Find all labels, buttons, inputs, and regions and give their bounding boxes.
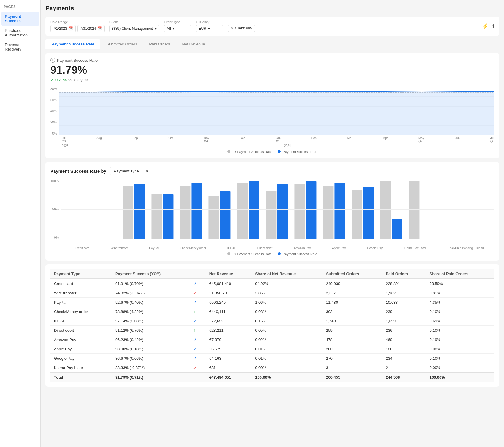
cell-type: Credit card <box>50 279 112 288</box>
bar-y-0: 0% <box>54 236 59 239</box>
table-row: Amazon Pay 96.23% (0.42%) ↗ €7,370 0.02%… <box>50 335 494 344</box>
cell-type: Direct debit <box>50 326 112 335</box>
filter-icon[interactable]: ⚡ <box>482 23 489 29</box>
svg-rect-18 <box>295 184 305 239</box>
x-label-sep: Sep <box>133 136 138 143</box>
x-label-nov: NovQ4 <box>204 136 209 143</box>
metric-card: i Payment Success Rate 91.79% ↗ 0.71% vs… <box>45 53 499 158</box>
cell-trend: ↗ <box>189 335 205 344</box>
tab-payment-success-rate[interactable]: Payment Success Rate <box>45 39 100 49</box>
cell-share-net: 94.92% <box>252 279 322 288</box>
cell-trend: ↗ <box>189 316 205 326</box>
date-range-label: Date Range <box>50 20 105 24</box>
cell-share-paid: 0.10% <box>426 307 495 316</box>
sidebar-item-revenue-recovery[interactable]: Revenue Recovery <box>1 40 39 54</box>
x-label-may: MayQ2 <box>418 136 424 143</box>
table-row: Google Pay 86.67% (0.66%) ↗ €4,163 0.01%… <box>50 354 494 363</box>
currency-label: Currency <box>196 20 223 24</box>
bar-chart-card: Payment Success Rate by Payment Type ▾ 1… <box>45 162 499 261</box>
info-icon[interactable]: ℹ <box>492 23 494 29</box>
svg-rect-20 <box>323 186 334 239</box>
cell-submitted: 249,039 <box>322 279 382 288</box>
metric-info-icon[interactable]: i <box>50 58 55 63</box>
bar-chart-dropdown[interactable]: Payment Type ▾ <box>110 167 152 175</box>
sidebar-item-purchase-authorization[interactable]: Purchase Authorization <box>1 26 39 40</box>
tab-paid-orders[interactable]: Paid Orders <box>143 39 176 49</box>
bar-y-50: 50% <box>52 207 59 211</box>
line-chart-legend: LY Payment Success Rate Payment Success … <box>50 150 494 154</box>
y-label-0: 0% <box>52 132 57 135</box>
legend-current: Payment Success Rate <box>278 150 317 154</box>
footer-share-paid: 100.00% <box>426 372 495 382</box>
cell-success: 74.32% (-0.94%) <box>112 288 190 298</box>
table-row: Apple Pay 93.00% (0.18%) ↗ €5,679 0.01% … <box>50 344 494 354</box>
x-label-oct: Oct <box>168 136 173 143</box>
svg-rect-17 <box>277 184 288 239</box>
col-submitted: Submitted Orders <box>322 269 382 279</box>
table-row: Direct debit 91.12% (6.76%) ↑ €23,211 0.… <box>50 326 494 335</box>
filters-bar: Date Range 7/1/2023 📅 7/31/2024 📅 Client… <box>45 17 499 36</box>
cell-submitted: 200 <box>322 344 382 354</box>
bar-legend-ly-dot <box>227 252 230 255</box>
col-payment-success: Payment Success (YOY) <box>112 269 190 279</box>
tag-x[interactable]: ✕ <box>231 26 234 30</box>
bar-x-direct: Direct debit <box>257 247 273 250</box>
bar-x-google: Google Pay <box>367 247 383 250</box>
client-dropdown[interactable]: (889) Client Management ▾ <box>109 25 159 32</box>
order-type-filter-group: Order Type All ▾ <box>164 20 191 32</box>
footer-type: Total <box>50 372 112 382</box>
y-label-40: 40% <box>50 109 57 113</box>
cell-net-revenue: €440,111 <box>206 307 252 316</box>
date-to-input[interactable]: 7/31/2024 📅 <box>77 25 105 32</box>
filter-icons: ⚡ ℹ <box>482 23 494 29</box>
svg-rect-7 <box>134 184 145 239</box>
sidebar-item-payment-success[interactable]: Payment Success <box>1 12 39 26</box>
cell-success: 78.88% (4.22%) <box>112 307 190 316</box>
year-2023: 2023 <box>62 144 272 147</box>
col-paid: Paid Orders <box>382 269 426 279</box>
change-label: vs last year <box>68 78 88 82</box>
order-type-dropdown[interactable]: All ▾ <box>164 25 191 32</box>
cell-success: 33.33% (-0.37%) <box>112 363 190 373</box>
cell-share-paid: 0.81% <box>426 288 495 298</box>
cell-success: 97.14% (2.08%) <box>112 316 190 326</box>
tab-submitted-orders[interactable]: Submitted Orders <box>100 39 143 49</box>
bar-chart-header: Payment Success Rate by Payment Type ▾ <box>50 167 494 175</box>
bar-x-banking: Real-Time Banking Finland <box>448 247 484 250</box>
calendar-icon-2[interactable]: 📅 <box>97 26 102 31</box>
cell-submitted: 2,667 <box>322 288 382 298</box>
cell-trend: ↙ <box>189 288 205 298</box>
chevron-down-icon-2: ▾ <box>173 26 174 31</box>
legend-ly: LY Payment Success Rate <box>227 150 272 154</box>
table-container: Payment Type Payment Success (YOY) Net R… <box>50 269 494 382</box>
footer-success: 91.79% (0.71%) <box>112 372 190 382</box>
footer-net-revenue: €47,494,651 <box>206 372 252 382</box>
x-label-feb: Feb <box>311 136 317 143</box>
cell-share-net: 0.01% <box>252 344 322 354</box>
cell-share-net: 0.00% <box>252 363 322 373</box>
chevron-down-icon: ▾ <box>155 26 157 31</box>
cell-paid: 10,638 <box>382 298 426 307</box>
cell-type: iDEAL <box>50 316 112 326</box>
col-trend <box>189 269 205 279</box>
cell-paid: 234 <box>382 354 426 363</box>
calendar-icon[interactable]: 📅 <box>68 26 73 31</box>
change-arrow: ↗ <box>50 78 54 82</box>
cell-net-revenue: €4,163 <box>206 354 252 363</box>
cell-paid: 1,982 <box>382 288 426 298</box>
date-from-input[interactable]: 7/1/2023 📅 <box>50 25 76 32</box>
svg-rect-14 <box>237 183 248 239</box>
tab-net-revenue[interactable]: Net Revenue <box>176 39 211 49</box>
bar-legend-current-dot <box>278 252 281 255</box>
currency-dropdown[interactable]: EUR ▾ <box>196 25 223 32</box>
cell-paid: 460 <box>382 335 426 344</box>
table-row: iDEAL 97.14% (2.08%) ↗ €72,652 0.15% 1,7… <box>50 316 494 326</box>
cell-net-revenue: €7,370 <box>206 335 252 344</box>
payment-table: Payment Type Payment Success (YOY) Net R… <box>50 269 494 382</box>
legend-ly-dot <box>227 150 230 153</box>
table-row: PayPal 92.67% (0.40%) ↗ €503,240 1.06% 1… <box>50 298 494 307</box>
cell-submitted: 11,480 <box>322 298 382 307</box>
col-share-paid: Share of Paid Orders <box>426 269 495 279</box>
legend-current-dot <box>278 150 281 153</box>
cell-success: 93.00% (0.18%) <box>112 344 190 354</box>
